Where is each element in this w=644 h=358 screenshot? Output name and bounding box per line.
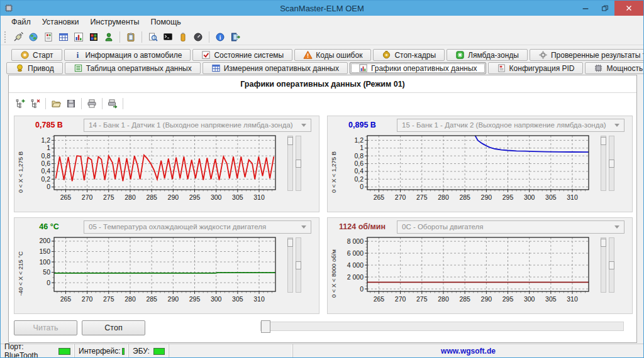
search-icon[interactable] [146, 30, 160, 44]
tab-label: Привод [28, 64, 54, 73]
drive-icon [15, 63, 25, 73]
svg-text:275: 275 [103, 295, 114, 303]
menu-bar: ФайлУстановкиИнструментыПомощь [1, 16, 643, 28]
y-min-slider-thumb[interactable] [609, 261, 614, 269]
y-max-slider[interactable] [287, 237, 293, 293]
chart-plot: 00,20,40,60,811,226527027528028529029530… [338, 134, 599, 209]
y-max-slider[interactable] [601, 136, 606, 191]
chart-current-value: 46 °C [14, 222, 84, 231]
y-max-slider[interactable] [287, 136, 293, 191]
stop-button[interactable]: Стоп [82, 320, 145, 335]
info-icon[interactable]: i [213, 30, 227, 44]
tab-label: Конфигурация PID [509, 64, 575, 73]
remove-graph-icon[interactable] [28, 97, 43, 111]
svg-text:0: 0 [360, 183, 364, 190]
lambda-icon [455, 50, 465, 60]
pid-selector[interactable]: 05 - Температура охлаждающей жидкости дв… [84, 220, 311, 234]
svg-text:290: 290 [168, 193, 179, 201]
y-axis-label: 0 < X < 1,275 В [16, 134, 25, 210]
grid-icon[interactable] [57, 30, 70, 44]
tab-row-1: СтартiИнформация о автомобилеСостояние с… [1, 49, 643, 61]
connect-icon[interactable] [11, 30, 25, 44]
tab-data-table[interactable]: Таблица оперативных данных [65, 62, 201, 74]
terminal-icon[interactable] [161, 30, 175, 44]
y-min-slider-thumb[interactable] [296, 261, 301, 269]
time-scrollbar-thumb[interactable] [261, 320, 270, 333]
tab-freeze-frames[interactable]: Стоп-кадры [373, 49, 445, 61]
error-codes-icon [303, 50, 313, 60]
clipboard-icon[interactable] [124, 30, 138, 44]
add-graph-icon[interactable] [13, 97, 28, 111]
svg-text:300: 300 [211, 295, 222, 303]
y-min-slider[interactable] [609, 136, 614, 191]
chart-plot: 00,20,40,60,811,226527027528028529029530… [25, 134, 286, 209]
toolbar-separator [102, 98, 103, 109]
globe-icon[interactable] [26, 30, 40, 44]
y-max-slider-thumb[interactable] [287, 137, 293, 145]
svg-text:280: 280 [125, 193, 136, 201]
svg-text:2 000: 2 000 [347, 273, 364, 281]
report-icon[interactable] [42, 30, 55, 44]
chart-icon[interactable] [72, 30, 86, 44]
tab-error-codes[interactable]: Коды ошибок [294, 49, 371, 61]
svg-text:305: 305 [232, 193, 243, 201]
toolbar-separator [119, 31, 120, 43]
tab-drive[interactable]: Привод [6, 62, 63, 74]
svg-text:265: 265 [374, 193, 385, 201]
battery-icon[interactable] [176, 30, 190, 44]
user-icon[interactable] [102, 30, 116, 44]
open-icon[interactable] [48, 97, 64, 111]
tab-start[interactable]: Старт [11, 49, 62, 61]
y-min-slider[interactable] [296, 136, 301, 191]
y-max-slider-thumb[interactable] [601, 137, 606, 145]
menu-item-4[interactable]: Помощь [145, 16, 187, 28]
graphs-panel: Графики оперативных данных (Режим 01) 0,… [8, 75, 637, 343]
menu-item-2[interactable]: Установки [36, 16, 85, 28]
pid-selector[interactable]: 15 - Банк 1 - Датчик 2 (Выходное напряже… [397, 119, 625, 132]
pid-selector[interactable]: 14 - Банк 1 - Датчик 1 (Выходное напряже… [84, 119, 311, 132]
exit-icon[interactable] [228, 30, 242, 44]
menu-item-1[interactable]: Файл [6, 16, 36, 28]
status-bar: Порт: BlueTooth Интерфейс: ЭБУ: www.wgso… [1, 344, 643, 358]
y-max-slider[interactable] [601, 237, 606, 293]
svg-text:310: 310 [253, 193, 265, 201]
close-button[interactable] [614, 1, 643, 16]
y-max-slider-thumb[interactable] [601, 239, 606, 247]
svg-text:305: 305 [545, 193, 557, 201]
toolbar-separator [209, 31, 209, 43]
pid-config-icon [497, 63, 506, 73]
minimize-button[interactable] [575, 1, 595, 16]
y-min-slider-thumb[interactable] [296, 160, 301, 168]
window-icon[interactable] [87, 30, 101, 44]
svg-text:0,4: 0,4 [354, 167, 364, 175]
tab-system-status[interactable]: Состояние системы [192, 49, 292, 61]
website-link[interactable]: www.wgsoft.de [293, 347, 643, 355]
svg-text:4 000: 4 000 [347, 261, 364, 269]
export-icon[interactable] [105, 97, 120, 111]
y-max-slider-thumb[interactable] [287, 239, 293, 247]
tab-label: Мощность [606, 64, 643, 73]
gauge-icon[interactable] [191, 30, 205, 44]
y-min-slider-thumb[interactable] [609, 160, 614, 168]
tab-pid-config[interactable]: Конфигурация PID [488, 62, 584, 74]
svg-text:50: 50 [43, 268, 50, 276]
svg-text:270: 270 [82, 295, 93, 303]
tab-power[interactable]: Мощность [585, 62, 644, 74]
save-icon[interactable] [64, 97, 79, 111]
tab-test-results[interactable]: Проверенные результаты теста [530, 49, 644, 61]
print-icon[interactable] [84, 97, 99, 111]
tab-graphs[interactable]: Графики оперативных данных [350, 62, 486, 74]
menu-item-3[interactable]: Инструменты [85, 16, 145, 28]
svg-text:285: 285 [146, 193, 157, 201]
read-button[interactable]: Читать [14, 320, 77, 335]
pid-selector[interactable]: 0C - Обороты двигателя [397, 220, 625, 234]
tab-lambda[interactable]: Лямбда-зонды [447, 49, 528, 61]
y-min-slider[interactable] [296, 237, 301, 293]
y-min-slider[interactable] [609, 237, 614, 293]
restore-button[interactable] [595, 1, 614, 16]
time-scrollbar[interactable] [260, 322, 624, 331]
tab-measurements[interactable]: Измерения оперативных данных [203, 62, 348, 74]
tab-info-vehicle[interactable]: iИнформация о автомобиле [64, 49, 191, 61]
svg-text:270: 270 [395, 295, 406, 303]
svg-text:295: 295 [189, 295, 201, 303]
